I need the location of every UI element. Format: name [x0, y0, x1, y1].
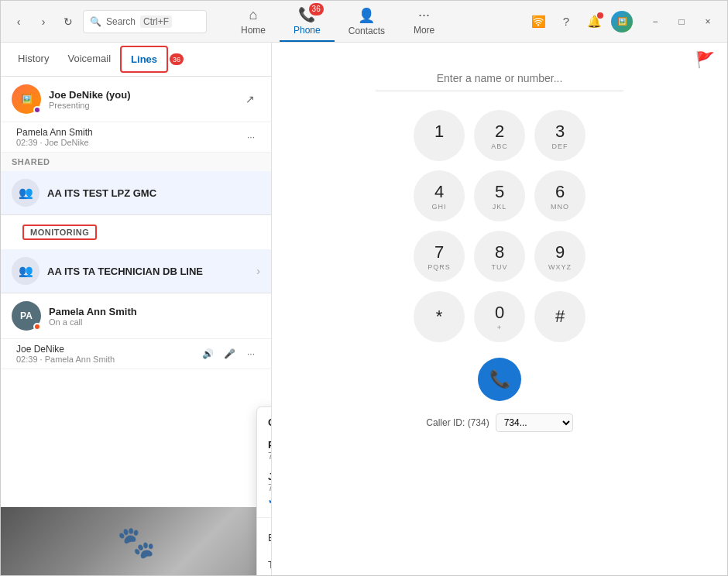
monitoring-section-wrapper: MONITORING — [1, 215, 271, 249]
caller-id-select[interactable]: 734... — [496, 413, 573, 432]
pamela-avatar: PA — [12, 301, 41, 331]
subcall-joe-name: Joe DeNike — [16, 344, 191, 355]
wifi-button[interactable]: 🛜 — [527, 11, 549, 33]
nav-tabs: ⌂ Home 36 📞 Phone 👤 Contacts ··· More — [227, 2, 449, 42]
subcall-pamela-time: 02:39 · Joe DeNike — [16, 138, 234, 147]
contacts-icon: 👤 — [358, 7, 375, 24]
back-button[interactable]: ‹ — [9, 12, 29, 32]
tab-home-label: Home — [241, 25, 266, 36]
dial-key-5[interactable]: 5 JKL — [474, 170, 525, 221]
forward-button[interactable]: › — [33, 12, 53, 32]
sidebar-tab-history[interactable]: History — [9, 45, 58, 74]
sidebar: History Voicemail Lines 36 🖼️ Joe — [1, 43, 272, 576]
monitoring-group-info: AA ITS TA TECHNICIAN DB LINE — [47, 266, 249, 277]
subcall-pamela: Pamela Ann Smith 02:39 · Joe DeNike ··· — [1, 122, 271, 153]
subcall-more-button[interactable]: ··· — [242, 345, 260, 363]
caller-id-row: Caller ID: (734) 734... — [426, 413, 572, 432]
joe-status-dot — [33, 106, 41, 114]
popup-caller-pamela: Pamela Ann Smith 734 ■■■■ — [257, 434, 272, 466]
dial-key-7[interactable]: 7 PQRS — [414, 231, 465, 282]
dialpad-input[interactable] — [376, 66, 623, 91]
notification-button[interactable]: 🔔 — [583, 11, 605, 33]
dial-key-2[interactable]: 2 ABC — [474, 110, 525, 161]
subcall-joe-actions: 🔊 🎤 ··· — [198, 345, 260, 363]
sidebar-tabs: History Voicemail Lines 36 — [1, 43, 271, 77]
help-button[interactable]: ? — [555, 11, 577, 33]
subcall-audio-button[interactable]: 🔊 — [198, 345, 217, 363]
bottom-image-bg: 🐾 — [1, 507, 272, 576]
subcall-joe: Joe DeNike 02:39 · Pamela Ann Smith 🔊 🎤 … — [1, 339, 271, 369]
tab-contacts[interactable]: 👤 Contacts — [335, 2, 399, 41]
monitoring-group-item[interactable]: 👥 AA ITS TA TECHNICIAN DB LINE › — [1, 249, 271, 293]
joe-action-button[interactable]: ↗ — [240, 89, 260, 109]
joe-info: Joe DeNike (you) Presenting — [49, 89, 232, 110]
right-panel: 🚩 1 2 ABC 3 DEF 4 GHI 5 JKL — [272, 43, 727, 576]
search-box[interactable]: 🔍 Search Ctrl+F — [83, 10, 207, 33]
title-bar-actions: 🛜 ? 🔔 🖼️ — [527, 11, 633, 33]
callers-popup: Callers Pamela Ann Smith 734 ■■■■ Joe De… — [256, 406, 272, 576]
pamela-status: On a call — [49, 317, 260, 327]
dial-key-8[interactable]: 8 TUV — [474, 231, 525, 282]
close-button[interactable]: × — [696, 13, 719, 30]
main-layout: History Voicemail Lines 36 🖼️ Joe — [1, 43, 727, 576]
popup-container: Callers Pamela Ann Smith 734 ■■■■ Joe De… — [256, 406, 272, 576]
dial-key-9[interactable]: 9 WXYZ — [534, 231, 585, 282]
bottom-image-strip: 🐾 — [1, 507, 272, 576]
sidebar-content: 🖼️ Joe DeNike (you) Presenting ↗ Pamela … — [1, 77, 271, 576]
monitoring-group-icon: 👥 — [12, 257, 39, 285]
home-icon: ⌂ — [249, 7, 258, 23]
subcall-mic-button[interactable]: 🎤 — [220, 345, 239, 363]
title-bar: ‹ › ↻ 🔍 Search Ctrl+F ⌂ Home 36 📞 Phone … — [1, 1, 727, 43]
popup-title: Callers — [257, 417, 272, 434]
subcall-pamela-info: Pamela Ann Smith 02:39 · Joe DeNike — [16, 127, 234, 147]
minimize-button[interactable]: − — [644, 13, 667, 30]
dial-key-1[interactable]: 1 — [414, 110, 465, 161]
flag-icon[interactable]: 🚩 — [695, 50, 715, 69]
tab-more-label: More — [414, 25, 434, 36]
pamela-name: Pamela Ann Smith — [49, 306, 260, 317]
dial-key-6[interactable]: 6 MNO — [534, 170, 585, 221]
shared-group-name: AA ITS TEST LPZ GMC — [47, 187, 260, 199]
phone-badge: 36 — [309, 3, 324, 15]
tab-phone[interactable]: 36 📞 Phone — [280, 2, 335, 42]
search-shortcut: Ctrl+F — [140, 15, 172, 28]
lines-badge: 36 — [170, 53, 184, 65]
user-item-pamela: PA Pamela Ann Smith On a call — [1, 293, 271, 339]
tab-more[interactable]: ··· More — [399, 2, 449, 40]
dial-key-4[interactable]: 4 GHI — [414, 170, 465, 221]
popup-divider — [257, 517, 272, 518]
popup-caller-joe: Joe DeNike 734 ■■■■ ✔ Caller verified — [257, 466, 272, 511]
call-button[interactable]: 📞 — [478, 358, 521, 401]
maximize-button[interactable]: □ — [670, 13, 693, 30]
search-label: Search — [106, 16, 136, 27]
pamela-info: Pamela Ann Smith On a call — [49, 306, 260, 327]
popup-action-takeover[interactable]: Take over ☎ — [257, 551, 272, 576]
sidebar-tab-lines[interactable]: Lines — [123, 47, 165, 71]
shared-group-info: AA ITS TEST LPZ GMC — [47, 187, 260, 199]
window-controls: − □ × — [644, 13, 719, 30]
user-item-joe: 🖼️ Joe DeNike (you) Presenting ↗ — [1, 77, 271, 122]
shared-group-item[interactable]: 👥 AA ITS TEST LPZ GMC — [1, 171, 271, 215]
more-icon: ··· — [418, 7, 430, 23]
chevron-right-icon: › — [256, 265, 260, 277]
tab-contacts-label: Contacts — [349, 26, 385, 36]
avatar[interactable]: 🖼️ — [611, 11, 633, 33]
monitoring-section-header: MONITORING — [22, 225, 97, 240]
tab-home[interactable]: ⌂ Home — [227, 2, 280, 40]
search-icon: 🔍 — [90, 16, 101, 27]
dial-key-hash[interactable]: # — [534, 291, 585, 342]
dial-key-0[interactable]: 0 + — [474, 291, 525, 342]
caller-id-label: Caller ID: (734) — [426, 417, 489, 428]
history-button[interactable]: ↻ — [58, 12, 78, 32]
subcall-joe-time: 02:39 · Pamela Ann Smith — [16, 355, 191, 364]
lines-tab-wrapper: Lines — [120, 46, 168, 73]
dial-key-3[interactable]: 3 DEF — [534, 110, 585, 161]
subcall-joe-info: Joe DeNike 02:39 · Pamela Ann Smith — [16, 344, 191, 364]
subcall-more-button[interactable]: ··· — [242, 128, 260, 146]
joe-status: Presenting — [49, 101, 232, 110]
monitoring-group-name: AA ITS TA TECHNICIAN DB LINE — [47, 266, 249, 277]
dial-key-star[interactable]: * — [414, 291, 465, 342]
popup-action-barge[interactable]: Barge ↩ — [257, 524, 272, 551]
dialpad-grid: 1 2 ABC 3 DEF 4 GHI 5 JKL 6 MNO — [414, 110, 585, 342]
sidebar-tab-voicemail[interactable]: Voicemail — [58, 45, 120, 74]
